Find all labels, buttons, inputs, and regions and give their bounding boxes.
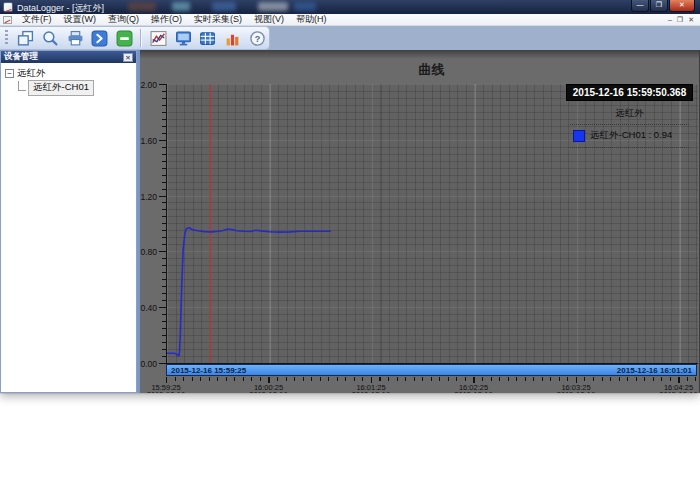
toolbar: ? (0, 26, 700, 50)
toolbar-strip: ? (0, 26, 270, 50)
copy-button[interactable] (14, 27, 38, 49)
chart-top-shadow (140, 50, 699, 59)
toolbar-separator (140, 29, 142, 47)
play-icon (91, 30, 108, 47)
series-color-swatch (573, 130, 585, 142)
tooltip-series-value: 远红外-CH01 : 0.94 (590, 129, 672, 142)
curve-view-button[interactable] (146, 27, 170, 49)
chart-title: 曲线 (166, 61, 697, 79)
tooltip-series-row: 远红外-CH01 : 0.94 (570, 125, 689, 148)
close-button[interactable]: ✕ (669, 0, 695, 12)
restore-button[interactable]: ❐ (650, 0, 668, 12)
cursor-tooltip: 远红外 远红外-CH01 : 0.94 (570, 103, 689, 148)
y-axis-tick-label: 0.40 (140, 303, 157, 313)
bar-chart-view-button[interactable] (221, 27, 245, 49)
curve-chart-icon (150, 30, 167, 47)
bar-chart-icon (224, 30, 241, 47)
start-button[interactable] (88, 27, 112, 49)
device-panel: 设备管理 ✕ − 远红外 远红外-CH01 (0, 50, 137, 393)
mdi-document-icon (3, 16, 12, 24)
collapse-icon[interactable]: − (5, 69, 14, 78)
menu-settings[interactable]: 设置(W) (58, 13, 103, 26)
x-axis-tick-label: 16:02:252015-12-16 (442, 384, 506, 393)
mdi-close-button[interactable]: ✕ (688, 14, 694, 25)
device-panel-header: 设备管理 ✕ (1, 51, 136, 63)
x-axis-tick-label: 16:03:252015-12-16 (544, 384, 608, 393)
printer-icon (67, 30, 84, 47)
device-panel-title: 设备管理 (4, 51, 38, 63)
tree-root-label[interactable]: 远红外 (17, 67, 46, 80)
device-tree: − 远红外 远红外-CH01 (1, 63, 136, 100)
main-region: 设备管理 ✕ − 远红外 远红外-CH01 曲线 2.001.6 (0, 50, 700, 393)
x-axis-minor-ticks (166, 377, 698, 381)
tree-node-channel[interactable]: 远红外-CH01 (18, 81, 134, 96)
mdi-minimize-button[interactable]: – (668, 14, 672, 25)
help-icon: ? (249, 30, 266, 47)
y-axis-tick-label: 1.20 (140, 192, 157, 202)
x-axis-tick-label: 16:00:252015-12-16 (237, 384, 301, 393)
stop-button[interactable] (113, 27, 137, 49)
titlebar-glass-artifact (172, 2, 190, 11)
menu-query[interactable]: 查询(Q) (102, 13, 145, 26)
titlebar-glass-artifact (294, 2, 316, 11)
menu-realtime-collect[interactable]: 实时采集(S) (188, 13, 248, 26)
monitor-view-button[interactable] (171, 27, 195, 49)
menu-view[interactable]: 视图(V) (248, 13, 290, 26)
desktop: { "window": { "title": "DataLogger - [远红… (0, 0, 700, 500)
range-end-label: 2015-12-16 16:01:01 (617, 366, 692, 375)
print-button[interactable] (63, 27, 87, 49)
tooltip-group-label: 远红外 (570, 103, 689, 125)
y-axis-minor-ticks (162, 84, 166, 363)
toolbar-grip[interactable] (5, 30, 8, 46)
tree-node-root[interactable]: − 远红外 (3, 67, 134, 80)
tree-channel-label[interactable]: 远红外-CH01 (28, 80, 94, 96)
x-axis-tick-label: 15:59:252015-12-16 (140, 384, 198, 393)
range-start-label: 2015-12-16 15:59:25 (171, 366, 246, 375)
x-axis-tick-label: 16:04:252015-12-16 (647, 384, 700, 393)
titlebar-glass-artifact (212, 2, 236, 11)
copy-icon (17, 30, 34, 47)
table-icon (199, 30, 216, 47)
minimize-button[interactable]: — (631, 0, 649, 12)
y-axis-tick-label: 1.60 (140, 136, 157, 146)
mdi-restore-button[interactable]: ❐ (677, 14, 683, 25)
titlebar-glass-artifact (258, 2, 288, 11)
series-line-远红外-CH01 (167, 228, 331, 356)
magnifier-icon (42, 30, 59, 47)
title-bar[interactable]: DataLogger - [远红外] — ❐ ✕ (0, 0, 700, 14)
menu-help[interactable]: 帮助(H) (290, 13, 333, 26)
cursor-tooltip-header: 2015-12-16 15:59:50.368 (566, 84, 693, 101)
stop-icon (116, 30, 133, 47)
menu-bar: 文件(F) 设置(W) 查询(Q) 操作(O) 实时采集(S) 视图(V) 帮助… (0, 14, 700, 26)
x-axis-tick-label: 16:01:252015-12-16 (339, 384, 403, 393)
monitor-icon (175, 30, 192, 47)
y-axis-tick-label: 0.00 (140, 359, 157, 369)
panel-close-icon[interactable]: ✕ (123, 53, 133, 62)
app-window: DataLogger - [远红外] — ❐ ✕ 文件(F) 设置(W) 查询(… (0, 0, 700, 393)
help-button[interactable]: ? (245, 27, 269, 49)
svg-text:?: ? (254, 33, 260, 43)
app-icon (3, 2, 13, 12)
chart-area: 曲线 2.001.601.200.800.400.00 2015-12-16 1… (140, 50, 700, 393)
y-axis-tick-label: 2.00 (140, 80, 157, 90)
zoom-button[interactable] (39, 27, 63, 49)
titlebar-glass-artifact (128, 2, 156, 11)
menu-file[interactable]: 文件(F) (16, 13, 58, 26)
tree-connector (18, 81, 26, 91)
time-range-scrollbar[interactable]: 2015-12-16 15:59:25 2015-12-16 16:01:01 (166, 364, 697, 376)
table-view-button[interactable] (196, 27, 220, 49)
y-axis-tick-label: 0.80 (140, 247, 157, 257)
menu-operate[interactable]: 操作(O) (145, 13, 188, 26)
